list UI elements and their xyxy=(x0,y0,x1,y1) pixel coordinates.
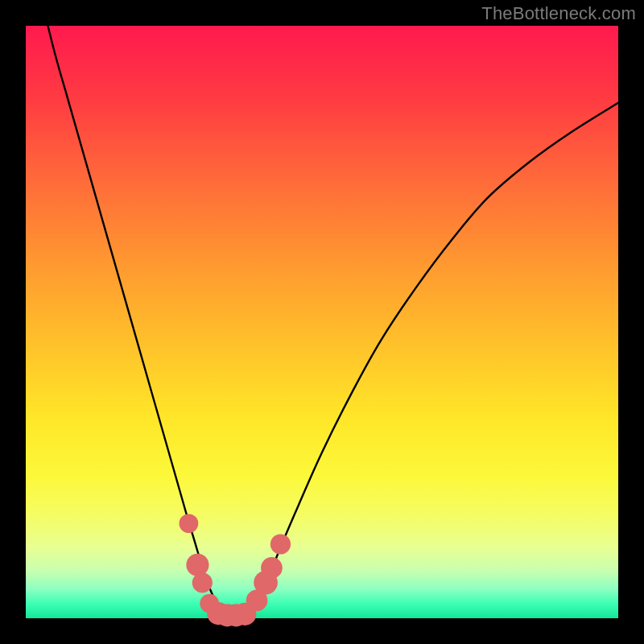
bottleneck-curve xyxy=(43,8,618,616)
curve-marker xyxy=(270,534,291,554)
watermark-text: TheBottleneck.com xyxy=(481,3,636,24)
chart-frame: TheBottleneck.com xyxy=(0,0,644,644)
curve-markers xyxy=(180,514,291,626)
curve-marker xyxy=(261,557,283,579)
curve-marker xyxy=(180,514,199,533)
curve-marker xyxy=(192,572,213,592)
curve-marker xyxy=(186,554,208,576)
chart-svg xyxy=(26,26,618,618)
plot-area xyxy=(26,26,618,618)
